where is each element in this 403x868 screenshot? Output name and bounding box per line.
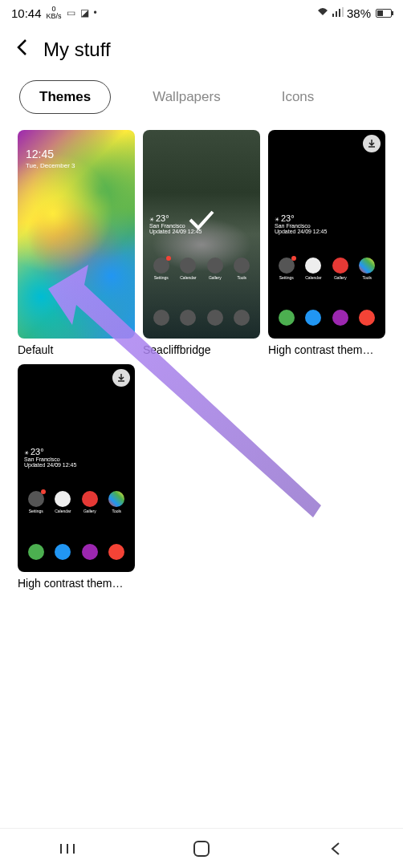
theme-grid: 12:45 Tue, December 3 Default ☀ 23° San … — [0, 130, 403, 590]
gallery-icon — [207, 258, 223, 274]
gallery-icon — [82, 491, 98, 507]
download-icon — [112, 369, 130, 387]
back-button[interactable] — [16, 39, 27, 61]
dock-row — [268, 310, 385, 326]
svg-rect-0 — [332, 14, 334, 17]
tab-icons[interactable]: Icons — [263, 81, 334, 113]
messages-icon — [305, 310, 321, 326]
tools-icon — [108, 491, 124, 507]
theme-label: Seacliffbridge — [143, 343, 260, 356]
app-icon-row: Settings Calendar Gallery Tools — [18, 491, 135, 513]
tab-themes[interactable]: Themes — [19, 80, 111, 114]
preview-time: 12:45 — [26, 148, 54, 160]
header: My stuff — [0, 26, 403, 80]
tools-icon — [359, 258, 375, 274]
theme-label: High contrast them… — [268, 343, 385, 356]
theme-thumbnail: ☀ 23° San Francisco Updated 24/09 12:45 … — [143, 130, 260, 339]
camera-icon — [359, 310, 375, 326]
camera-icon — [234, 310, 250, 326]
status-time: 10:44 — [11, 6, 42, 20]
svg-rect-2 — [339, 9, 340, 17]
theme-card-highcontrast-1[interactable]: ☀ 23° San Francisco Updated 24/09 12:45 … — [268, 130, 385, 356]
page-title: My stuff — [43, 39, 111, 61]
svg-rect-1 — [336, 11, 337, 17]
camera-icon — [108, 544, 124, 560]
browser-icon — [332, 310, 348, 326]
recent-apps-button[interactable] — [58, 839, 77, 858]
status-right: 38% — [316, 6, 392, 20]
theme-card-default[interactable]: 12:45 Tue, December 3 Default — [18, 130, 135, 356]
gallery-icon — [332, 258, 348, 274]
tab-wallpapers[interactable]: Wallpapers — [133, 81, 239, 113]
theme-card-highcontrast-2[interactable]: ☀ 23° San Francisco Updated 24/09 12:45 … — [18, 364, 135, 590]
calendar-icon — [180, 258, 196, 274]
theme-card-seacliff[interactable]: ☀ 23° San Francisco Updated 24/09 12:45 … — [143, 130, 260, 356]
app-icon-row: Settings Calendar Gallery Tools — [143, 258, 260, 280]
settings-icon — [279, 258, 295, 274]
settings-icon — [28, 491, 44, 507]
signal-icon — [332, 7, 344, 19]
dock-row — [143, 310, 260, 326]
network-speed: 0 KB/s — [47, 6, 62, 20]
messages-icon — [55, 544, 71, 560]
image-icon: ▭ — [67, 7, 75, 18]
navigation-bar — [0, 828, 403, 868]
theme-thumbnail: ☀ 23° San Francisco Updated 24/09 12:45 … — [268, 130, 385, 339]
theme-label: High contrast them… — [18, 577, 135, 590]
dock-row — [18, 544, 135, 560]
weather-widget: ☀ 23° San Francisco Updated 24/09 12:45 — [24, 447, 76, 468]
status-left: 10:44 0 KB/s ▭ ◪ • — [11, 6, 97, 20]
dot-icon: • — [94, 7, 97, 18]
status-bar: 10:44 0 KB/s ▭ ◪ • 38% — [0, 0, 403, 26]
browser-icon — [82, 544, 98, 560]
svg-rect-8 — [194, 842, 209, 856]
theme-thumbnail: 12:45 Tue, December 3 — [18, 130, 135, 339]
phone-icon — [28, 544, 44, 560]
notification-icon: ◪ — [80, 7, 89, 18]
download-icon — [363, 135, 381, 152]
theme-thumbnail: ☀ 23° San Francisco Updated 24/09 12:45 … — [18, 364, 135, 573]
battery-percent: 38% — [347, 6, 371, 20]
back-nav-button[interactable] — [326, 839, 345, 858]
tabs: Themes Wallpapers Icons — [0, 80, 403, 130]
wifi-icon — [316, 7, 329, 19]
app-icon-row: Settings Calendar Gallery Tools — [268, 258, 385, 280]
browser-icon — [207, 310, 223, 326]
svg-rect-3 — [342, 7, 344, 17]
messages-icon — [180, 310, 196, 326]
weather-widget: ☀ 23° San Francisco Updated 24/09 12:45 — [275, 213, 327, 234]
preview-date: Tue, December 3 — [26, 162, 75, 169]
battery-icon — [376, 9, 392, 18]
calendar-icon — [305, 258, 321, 274]
calendar-icon — [55, 491, 71, 507]
home-button[interactable] — [192, 839, 211, 858]
tools-icon — [234, 258, 250, 274]
selected-checkmark-icon — [187, 205, 216, 238]
theme-label: Default — [18, 343, 135, 356]
settings-icon — [153, 258, 169, 274]
phone-icon — [279, 310, 295, 326]
phone-icon — [153, 310, 169, 326]
